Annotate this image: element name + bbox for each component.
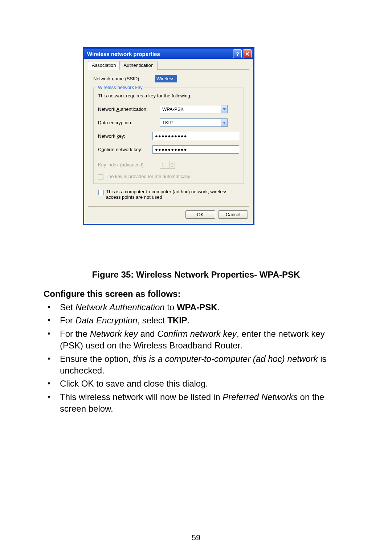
list-item: Set Network Authentication to WPA-PSK.: [60, 302, 348, 313]
close-button[interactable]: ✕: [243, 49, 252, 58]
help-icon: ?: [236, 51, 239, 57]
key-index-spinner: 1 ▲ ▼: [160, 161, 175, 169]
page-number: 59: [0, 533, 392, 542]
encryption-label: Data encryption:: [98, 120, 160, 125]
tabstrip: Association Authentication: [84, 59, 253, 70]
autokey-checkbox: [98, 174, 103, 180]
titlebar: Wireless network properties ? ✕: [84, 49, 253, 59]
list-item: Click OK to save and close this dialog.: [60, 378, 348, 390]
list-item: For Data Encryption, select TKIP.: [60, 315, 348, 326]
list-item: This wireless network will now be listed…: [60, 391, 348, 415]
autokey-label: The key is provided for me automatically: [106, 174, 239, 179]
list-item: Ensure the option, this is a computer-to…: [60, 353, 348, 377]
group-desc: This network requires a key for the foll…: [98, 93, 239, 98]
ok-button[interactable]: OK: [185, 210, 215, 219]
tabpanel-association: Network name (SSID): Wireless Wireless n…: [88, 69, 249, 207]
instructions-list: Set Network Authentication to WPA-PSK. F…: [44, 302, 348, 416]
key-index-label: Key index (advanced):: [98, 162, 160, 167]
group-legend: Wireless network key: [97, 85, 144, 90]
list-item: For the Network key and Confirm network …: [60, 328, 348, 352]
help-button[interactable]: ?: [233, 49, 242, 58]
encryption-select[interactable]: TKIP: [160, 118, 228, 127]
tab-authentication[interactable]: Authentication: [119, 61, 157, 70]
figure-caption: Figure 35: Wireless Network Properties- …: [0, 270, 392, 280]
key-index-value: 1: [160, 161, 169, 168]
auth-label: Network Authentication:: [98, 106, 160, 112]
confirm-key-input[interactable]: ●●●●●●●●●●: [152, 145, 239, 154]
chevron-down-icon: [221, 119, 227, 126]
ssid-label: Network name (SSID):: [93, 76, 155, 81]
chevron-down-icon: [221, 105, 227, 113]
close-icon: ✕: [245, 51, 250, 57]
spinner-up-icon: ▲: [170, 161, 175, 165]
confirm-key-label: Confirm network key:: [98, 147, 152, 152]
auth-select[interactable]: WPA-PSK: [160, 105, 228, 113]
cancel-button[interactable]: Cancel: [218, 210, 248, 219]
ssid-input[interactable]: Wireless: [155, 75, 177, 82]
tab-association[interactable]: Association: [88, 61, 120, 70]
netkey-label: Network key:: [98, 133, 152, 139]
dialog-button-row: OK Cancel: [84, 207, 253, 224]
wireless-properties-dialog: Wireless network properties ? ✕ Associat…: [83, 47, 254, 225]
adhoc-checkbox[interactable]: [98, 190, 104, 195]
instructions-heading: Configure this screen as follows:: [44, 289, 180, 299]
adhoc-label: This is a computer-to-computer (ad hoc) …: [106, 189, 239, 200]
network-key-input[interactable]: ●●●●●●●●●●: [152, 132, 239, 140]
titlebar-title: Wireless network properties: [87, 51, 160, 57]
spinner-down-icon: ▼: [170, 165, 175, 168]
wireless-key-group: Wireless network key This network requir…: [93, 88, 244, 184]
encryption-select-value: TKIP: [160, 119, 221, 126]
auth-select-value: WPA-PSK: [160, 105, 221, 113]
